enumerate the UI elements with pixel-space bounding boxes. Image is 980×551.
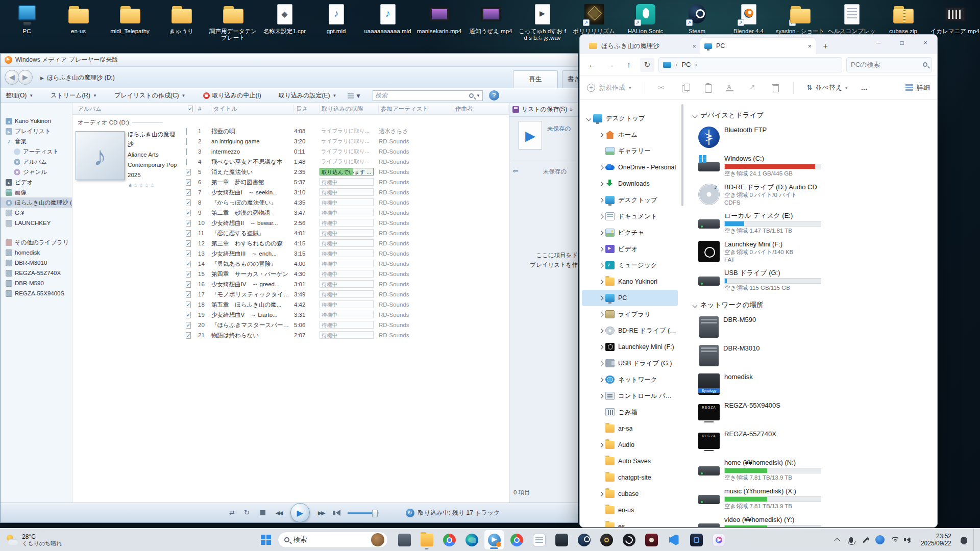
- col-rip-status[interactable]: 取り込みの状態: [320, 105, 379, 113]
- explorer-tree-item[interactable]: BD-RE ドライブ (D:) Audio C: [582, 322, 678, 339]
- track-row[interactable]: 19 少女綺想曲V ～ Liarto... 3:31 待機中 RD-Sounds: [182, 310, 509, 320]
- tree-chevron-icon[interactable]: [599, 230, 604, 235]
- desktop-icon[interactable]: 通知うぜえ.mp4: [465, 3, 517, 41]
- explorer-tab-pc[interactable]: PC ×: [700, 38, 816, 54]
- track-checkbox[interactable]: [186, 312, 191, 318]
- desktop-icon[interactable]: 調声用データテンプレート: [207, 3, 259, 41]
- explorer-tree-item[interactable]: ホーム: [582, 127, 678, 143]
- drive-item[interactable]: music (¥¥homedisk) (X:) 空き領域 7.81 TB/13.…: [687, 486, 935, 514]
- tree-scrollbar[interactable]: [680, 100, 685, 527]
- track-checkbox[interactable]: [186, 159, 187, 165]
- track-checkbox[interactable]: [186, 179, 191, 186]
- track-checkbox[interactable]: [186, 332, 191, 339]
- taskbar-app-button[interactable]: [484, 530, 504, 550]
- widgets-button[interactable]: 28°C くもりのち晴れ: [0, 529, 68, 551]
- col-length[interactable]: 長さ: [294, 105, 320, 113]
- desktop-icon[interactable]: en-us: [53, 3, 104, 41]
- section-network-header[interactable]: ネットワークの場所: [687, 296, 935, 314]
- track-checkbox[interactable]: [186, 210, 191, 216]
- wmp-sidebar-item[interactable]: homedisk: [1, 247, 72, 258]
- bluetooth-tray-icon[interactable]: [874, 534, 886, 546]
- drive-item[interactable]: Synology homedisk: [687, 371, 935, 400]
- track-checkbox[interactable]: [186, 291, 191, 298]
- track-checkbox[interactable]: [186, 240, 191, 247]
- explorer-tab-folder[interactable]: ほらふき山の魔理沙 ×: [585, 38, 700, 54]
- track-row[interactable]: 7 少女綺想曲I ～ seekin... 3:10 待機中 RD-Sounds: [182, 187, 509, 197]
- wmp-sidebar-item[interactable]: G:¥: [1, 208, 72, 218]
- wmp-breadcrumb[interactable]: ▶ほらふき山の魔理沙 (D:): [40, 73, 115, 82]
- track-row[interactable]: 14 『勇気あるものの冒険』 4:00 待機中 RD-Sounds: [182, 259, 509, 269]
- track-row[interactable]: 21 物語は終わらない 2:07 待機中 RD-Sounds: [182, 330, 509, 340]
- wmp-sidebar-item[interactable]: プレイリスト: [1, 126, 72, 136]
- explorer-tree-item[interactable]: Downloads: [582, 176, 678, 192]
- explorer-tree-item[interactable]: Kano Yukinori: [582, 273, 678, 290]
- track-checkbox[interactable]: [186, 199, 191, 206]
- explorer-tree-item[interactable]: ar-sa: [582, 420, 678, 437]
- track-row[interactable]: 2 an intriguing game 3:20 ライブラリに取り... RD…: [182, 136, 509, 146]
- wmp-sidebar-item[interactable]: アルバム: [1, 157, 72, 167]
- track-row[interactable]: 11 『恋に恋する盗賊』 4:01 待機中 RD-Sounds: [182, 228, 509, 238]
- desktop-icon[interactable]: uaaaaaaaaaa.mid: [362, 3, 413, 41]
- wmp-menu-item[interactable]: 取り込みの設定(E) ▼: [279, 91, 337, 100]
- album-rating[interactable]: ★☆☆☆☆: [128, 180, 180, 190]
- tree-chevron-icon[interactable]: [599, 246, 604, 252]
- breadcrumb-pc[interactable]: PC: [681, 61, 691, 68]
- tree-chevron-icon[interactable]: [599, 132, 604, 137]
- explorer-tree-item[interactable]: es: [582, 518, 678, 527]
- next-button[interactable]: ▶▶: [318, 510, 325, 516]
- track-checkbox[interactable]: [186, 128, 187, 135]
- previous-button[interactable]: ◀◀: [276, 510, 282, 516]
- taskbar-app-button[interactable]: [394, 530, 414, 550]
- track-checkbox[interactable]: [186, 251, 191, 257]
- wmp-sidebar-item[interactable]: ビデオ: [1, 177, 72, 187]
- delete-button[interactable]: [771, 83, 780, 92]
- explorer-tree-item[interactable]: ドキュメント: [582, 208, 678, 224]
- tab-close-icon[interactable]: ×: [807, 42, 812, 50]
- volume-slider[interactable]: [348, 512, 379, 514]
- taskbar-app-button[interactable]: [619, 530, 639, 550]
- track-row[interactable]: 6 第一章 夢幻図書館 5:37 待機中 RD-Sounds: [182, 177, 509, 187]
- desktop-icon[interactable]: PC: [1, 3, 53, 41]
- explorer-tree-item[interactable]: ライブラリ: [582, 306, 678, 322]
- tree-chevron-icon[interactable]: [599, 181, 604, 186]
- explorer-tree-item[interactable]: ミュージック: [582, 257, 678, 273]
- drive-item[interactable]: REGZA REGZA-55Z740X: [687, 429, 935, 457]
- tree-chevron-icon[interactable]: [599, 328, 604, 333]
- more-options-button[interactable]: …: [861, 84, 868, 91]
- track-row[interactable]: 9 第二章 砂漠の恋物語 3:47 待機中 RD-Sounds: [182, 208, 509, 218]
- taskbar-app-button[interactable]: [641, 530, 662, 550]
- explorer-tree-item[interactable]: ネットワーク: [582, 371, 678, 388]
- wmp-sidebar-item[interactable]: 画像: [1, 187, 72, 197]
- explorer-tree-item[interactable]: デスクトップ: [582, 192, 678, 208]
- share-button[interactable]: [748, 83, 757, 92]
- refresh-button[interactable]: ↻: [640, 58, 654, 72]
- explorer-tree-item[interactable]: ギャラリー: [582, 143, 678, 159]
- explorer-tree-item[interactable]: USB ドライブ (G:): [582, 355, 678, 371]
- desktop-icon[interactable]: midi_Telepathy: [104, 3, 156, 41]
- explorer-tree-item[interactable]: chatgpt-site: [582, 469, 678, 486]
- taskbar-app-button[interactable]: [506, 530, 527, 550]
- tree-chevron-icon[interactable]: [599, 361, 604, 366]
- drive-item[interactable]: REGZA REGZA-55X9400S: [687, 400, 935, 429]
- track-checkbox[interactable]: [186, 302, 191, 308]
- desktop-icon[interactable]: gpt.mid: [310, 3, 362, 41]
- track-checkbox[interactable]: [186, 322, 191, 329]
- sort-button[interactable]: ⇅ 並べ替え ▾: [807, 83, 848, 92]
- explorer-tree-item[interactable]: ピクチャ: [582, 224, 678, 241]
- tree-chevron-icon[interactable]: [599, 442, 604, 447]
- close-button[interactable]: ×: [914, 35, 937, 51]
- wifi-icon[interactable]: [888, 534, 900, 546]
- section-devices-header[interactable]: デバイスとドライブ: [687, 106, 935, 124]
- volume-icon[interactable]: [902, 534, 915, 546]
- wmp-sidebar-item[interactable]: アーティスト: [1, 146, 72, 157]
- tree-chevron-icon[interactable]: [599, 377, 604, 382]
- cut-button[interactable]: [658, 83, 668, 92]
- explorer-tree-item[interactable]: デスクトップ: [582, 110, 678, 127]
- wmp-sidebar-item[interactable]: DBR-M3010: [1, 258, 72, 268]
- tree-chevron-icon[interactable]: [586, 116, 592, 121]
- details-view-button[interactable]: 詳細: [905, 83, 930, 92]
- more-options-icon[interactable]: »: [570, 107, 573, 112]
- drive-item[interactable]: Launchkey Mini (F:) 空き領域 0 バイト/140 KB FA…: [687, 239, 935, 267]
- wmp-sidebar-item[interactable]: Kano Yukinori: [1, 116, 72, 126]
- wmp-menu-item[interactable]: 整理(O) ▼: [6, 91, 33, 100]
